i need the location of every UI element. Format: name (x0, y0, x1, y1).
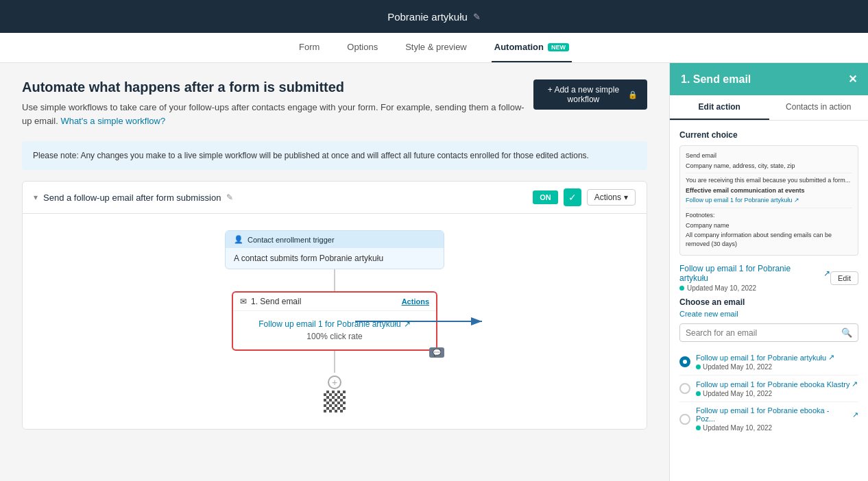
check-icon: ✓ (564, 188, 581, 206)
create-email-link[interactable]: Create new email (679, 310, 858, 318)
action-node-title: ✉ 1. Send email (240, 297, 301, 306)
workflow-header: ▾ Send a follow-up email after form subm… (23, 182, 647, 214)
email-item-info-1: Follow up email 1 for Pobranie artykułu … (696, 353, 858, 371)
dot-3 (696, 426, 701, 430)
main-layout: Automate what happens after a form is su… (0, 63, 868, 481)
preview-line-6: Footnotes: (686, 211, 852, 220)
search-icon: 🔍 (841, 328, 852, 338)
preview-line-8: All company information about sending em… (686, 231, 852, 248)
preview-line-4: Effective email communication at events (686, 186, 852, 195)
simple-workflow-link[interactable]: What's a simple workflow? (60, 116, 165, 126)
edit-workflow-icon[interactable]: ✎ (226, 193, 233, 202)
envelope-icon: ✉ (240, 297, 247, 306)
action-node-actions-button[interactable]: Actions (402, 297, 429, 306)
dot-2 (696, 391, 701, 396)
email-item-name-1[interactable]: Follow up email 1 for Pobranie artykułu … (696, 353, 858, 362)
tab-contacts-in-action[interactable]: Contacts in action (769, 95, 869, 120)
preview-divider (686, 173, 852, 173)
right-panel-tabs: Edit action Contacts in action (670, 95, 868, 121)
email-preview: Send email Company name, address, city, … (679, 145, 858, 256)
preview-divider-2 (686, 208, 852, 208)
automation-page-title: Automate what happens after a form is su… (22, 79, 533, 95)
right-panel: 1. Send email ✕ Edit action Contacts in … (669, 63, 868, 481)
radio-unselected-3[interactable] (679, 414, 690, 425)
action-node-header: ✉ 1. Send email Actions (233, 293, 436, 311)
action-node-wrapper: ✉ 1. Send email Actions Follow up email … (232, 291, 437, 351)
trigger-box: 👤 Contact enrollment trigger A contact s… (225, 230, 444, 269)
right-panel-title: 1. Send email (681, 73, 751, 86)
right-panel-content: Current choice Send email Company name, … (670, 121, 868, 481)
workflow-name: Send a follow-up email after form submis… (43, 193, 221, 203)
edit-title-icon[interactable]: ✎ (473, 12, 481, 22)
workflow-section: ▾ Send a follow-up email after form subm… (22, 181, 647, 430)
email-item-date-2: Updated May 10, 2022 (696, 390, 858, 397)
email-item-info-3: Follow up email 1 for Pobranie ebooka - … (696, 406, 858, 432)
end-node: + (324, 375, 346, 412)
radio-unselected-2[interactable] (679, 383, 690, 394)
trigger-body: A contact submits form Pobranie artykułu (226, 248, 444, 269)
add-step-button[interactable]: + (328, 375, 341, 389)
email-item-name-3[interactable]: Follow up email 1 for Pobranie ebooka - … (696, 406, 858, 423)
current-choice-label: Current choice (679, 130, 858, 140)
email-item-name-2[interactable]: Follow up email 1 for Pobranie ebooka Kl… (696, 380, 858, 388)
external-link-icon-2: ↗ (823, 269, 830, 278)
trigger-header: 👤 Contact enrollment trigger (226, 231, 444, 248)
tab-form[interactable]: Form (296, 33, 322, 62)
workflow-header-right: ON ✓ Actions ▾ (533, 188, 636, 206)
workflow-actions-button[interactable]: Actions ▾ (587, 189, 636, 206)
toggle-on[interactable]: ON (533, 190, 558, 204)
right-panel-header: 1. Send email ✕ (670, 63, 868, 95)
email-list: Follow up email 1 for Pobranie artykułu … (679, 349, 858, 436)
email-list-item-3[interactable]: Follow up email 1 for Pobranie ebooka - … (679, 402, 858, 436)
tab-style-preview[interactable]: Style & preview (402, 33, 470, 62)
top-bar: Pobranie artykułu ✎ (0, 0, 868, 33)
preview-line-2: Company name, address, city, state, zip (686, 162, 852, 171)
workflow-canvas: 👤 Contact enrollment trigger A contact s… (23, 214, 647, 429)
search-email-input[interactable] (686, 328, 841, 338)
page-title-text: Pobranie artykułu (387, 11, 468, 23)
radio-selected[interactable] (679, 356, 690, 367)
dropdown-arrow-icon: ▾ (624, 193, 628, 202)
status-dot (679, 286, 684, 291)
chosen-email-row: Follow up email 1 for Pobranie artykułu … (679, 264, 858, 292)
tab-options[interactable]: Options (344, 33, 381, 62)
email-list-item[interactable]: Follow up email 1 for Pobranie artykułu … (679, 349, 858, 375)
user-icon: 👤 (234, 235, 243, 244)
tabs-bar: Form Options Style & preview Automation … (0, 33, 868, 63)
end-checkerboard (324, 391, 346, 412)
search-box: 🔍 (679, 323, 858, 342)
automation-page-desc: Use simple workflows to take care of you… (22, 101, 533, 127)
preview-line-3: You are receiving this email because you… (686, 176, 852, 185)
top-bar-title: Pobranie artykułu ✎ (387, 11, 481, 23)
chosen-email-name[interactable]: Follow up email 1 for Pobranie artykułu … (679, 264, 830, 283)
tab-edit-action[interactable]: Edit action (670, 95, 769, 120)
chosen-email-info: Follow up email 1 for Pobranie artykułu … (679, 264, 830, 292)
email-item-date-1: Updated May 10, 2022 (696, 363, 858, 371)
edit-email-button[interactable]: Edit (830, 271, 858, 285)
preview-line-7: Company name (686, 221, 852, 230)
action-stats: 100% click rate (240, 332, 429, 341)
ext-link-icon-1: ↗ (828, 353, 834, 362)
new-badge: NEW (548, 43, 569, 51)
left-panel: Automate what happens after a form is su… (0, 63, 669, 481)
chevron-down-icon[interactable]: ▾ (34, 193, 38, 202)
arrow-connector (355, 311, 492, 332)
email-item-info-2: Follow up email 1 for Pobranie ebooka Kl… (696, 380, 858, 397)
ext-link-icon-2: ↗ (852, 380, 858, 388)
choose-email-label: Choose an email (679, 297, 858, 307)
connector-line-bottom (334, 351, 335, 373)
comment-bubble: 💬 (429, 347, 444, 358)
email-item-date-3: Updated May 10, 2022 (696, 424, 858, 432)
chosen-email-date: Updated May 10, 2022 (679, 284, 830, 292)
add-workflow-button[interactable]: + Add a new simple workflow 🔒 (533, 79, 647, 110)
dot-1 (696, 365, 701, 369)
preview-line-5: Follow up email 1 for Pobranie artykułu … (686, 196, 852, 205)
workflow-header-left: ▾ Send a follow-up email after form subm… (34, 193, 233, 203)
notice-box: Please note: Any changes you make to a l… (22, 141, 647, 170)
tab-automation[interactable]: Automation NEW (492, 33, 572, 62)
close-button[interactable]: ✕ (848, 73, 857, 86)
preview-line-1: Send email (686, 151, 852, 160)
lock-icon: 🔒 (628, 90, 638, 99)
email-list-item-2[interactable]: Follow up email 1 for Pobranie ebooka Kl… (679, 375, 858, 402)
connector-line-top (334, 269, 335, 291)
